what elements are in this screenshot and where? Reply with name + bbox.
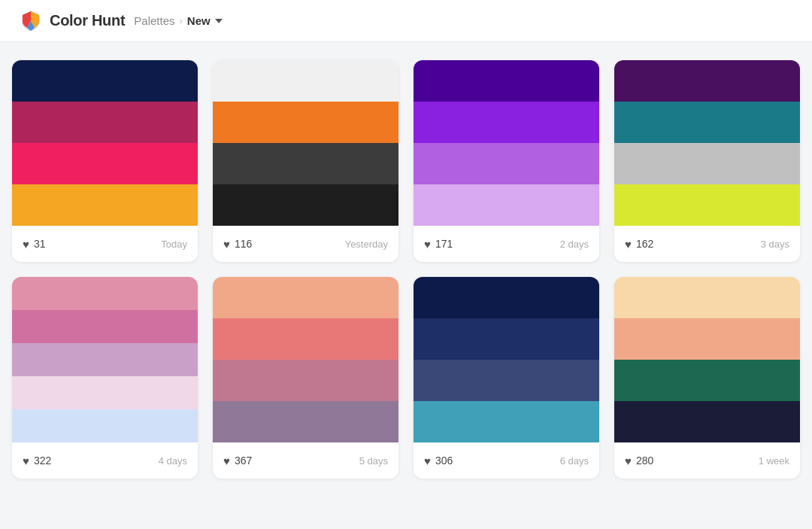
time-label: 6 days [560,455,589,467]
color-swatch [213,143,398,184]
palette-footer: ♥3675 days [213,442,398,479]
color-swatch [12,409,198,442]
chevron-down-icon [215,19,223,23]
heart-count[interactable]: ♥116 [223,238,252,251]
palette-swatches [614,60,800,226]
heart-icon: ♥ [23,238,29,251]
color-swatch [414,143,599,184]
color-swatch [414,277,599,318]
color-swatch [213,401,398,442]
color-swatch [213,277,398,318]
heart-icon: ♥ [625,238,632,251]
likes-count: 162 [636,238,653,250]
breadcrumb-separator: › [180,15,183,26]
palette-swatches [614,277,800,442]
heart-icon: ♥ [424,455,431,467]
palette-swatches [213,60,398,226]
color-swatch [614,102,800,143]
palette-swatches [414,277,599,442]
palette-swatches [12,277,198,442]
color-swatch [414,184,599,226]
likes-count: 31 [34,238,46,250]
heart-icon: ♥ [424,238,431,251]
heart-icon: ♥ [23,455,29,467]
color-swatch [213,184,398,226]
color-swatch [213,318,398,360]
palette-swatches [414,60,599,226]
time-label: Today [161,239,187,250]
time-label: 5 days [359,455,388,467]
palette-footer: ♥31Today [12,226,198,262]
breadcrumb-palettes[interactable]: Palettes [134,14,174,27]
palette-footer: ♥1712 days [414,226,599,262]
color-swatch [614,401,800,442]
color-swatch [12,376,198,409]
time-label: 3 days [761,239,789,250]
heart-icon: ♥ [223,455,230,467]
color-swatch [614,60,800,102]
palette-swatches [213,277,398,442]
color-swatch [12,184,198,226]
color-swatch [414,60,599,102]
color-swatch [614,277,800,318]
color-swatch [614,318,800,360]
color-swatch [213,102,398,143]
time-label: 4 days [159,455,187,467]
time-label: Yesterday [345,239,388,250]
likes-count: 306 [435,455,453,467]
likes-count: 322 [34,455,51,467]
heart-icon: ♥ [223,238,230,251]
palette-footer: ♥1623 days [614,226,800,262]
palette-footer: ♥116Yesterday [213,226,398,262]
palette-footer: ♥3224 days [12,442,198,479]
palette-card[interactable]: ♥116Yesterday [213,60,398,262]
color-swatch [12,277,198,310]
palette-card[interactable]: ♥2801 week [614,277,800,479]
color-swatch [414,401,599,442]
palette-card[interactable]: ♥3224 days [12,277,198,479]
likes-count: 171 [435,238,453,250]
logo-area: Color Hunt [18,8,125,34]
heart-count[interactable]: ♥322 [23,455,51,467]
logo-text: Color Hunt [50,12,125,29]
breadcrumb-current-filter[interactable]: New [187,14,223,27]
color-swatch [414,360,599,401]
heart-count[interactable]: ♥162 [625,238,653,251]
color-swatch [614,143,800,184]
color-swatch [213,360,398,401]
likes-count: 116 [235,238,252,250]
palette-card[interactable]: ♥3675 days [213,277,398,479]
time-label: 1 week [759,455,789,467]
heart-count[interactable]: ♥280 [625,455,653,467]
color-swatch [614,360,800,401]
heart-count[interactable]: ♥367 [223,455,252,467]
palette-card[interactable]: ♥3066 days [414,277,599,479]
heart-count[interactable]: ♥31 [23,238,45,251]
palette-card[interactable]: ♥31Today [12,60,198,262]
palette-footer: ♥2801 week [614,442,800,479]
color-hunt-logo-icon [18,8,44,34]
palette-card[interactable]: ♥1623 days [614,60,800,262]
color-swatch [12,60,198,102]
breadcrumb: Palettes › New [134,14,222,27]
time-label: 2 days [560,239,589,250]
heart-count[interactable]: ♥171 [424,238,453,251]
palette-grid: ♥31Today♥116Yesterday♥1712 days♥1623 day… [0,42,812,497]
heart-icon: ♥ [625,455,632,467]
color-swatch [12,143,198,184]
likes-count: 280 [636,455,653,467]
likes-count: 367 [235,455,252,467]
palette-swatches [12,60,198,226]
color-swatch [614,184,800,226]
color-swatch [213,60,398,102]
heart-count[interactable]: ♥306 [424,455,453,467]
color-swatch [414,318,599,360]
current-filter-label: New [187,14,211,27]
color-swatch [12,310,198,343]
palette-footer: ♥3066 days [414,442,599,479]
color-swatch [12,343,198,376]
color-swatch [12,102,198,143]
app-header: Color Hunt Palettes › New [0,0,812,42]
color-swatch [414,102,599,143]
palette-card[interactable]: ♥1712 days [414,60,599,262]
